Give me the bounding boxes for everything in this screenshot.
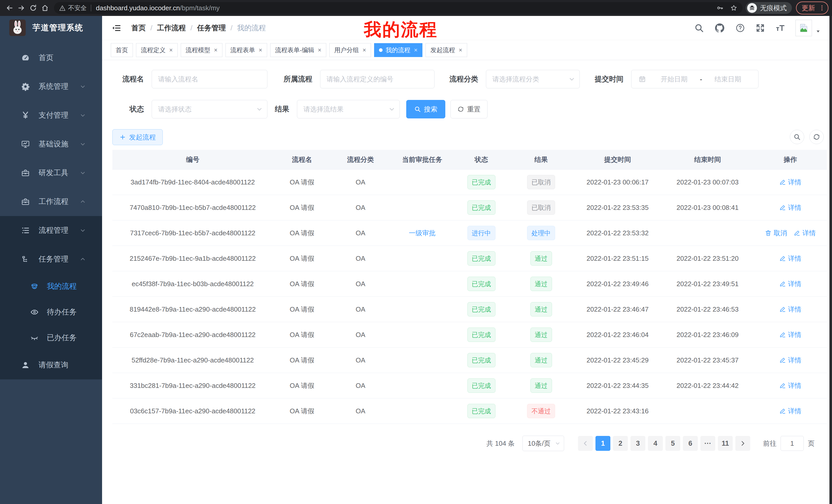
close-icon[interactable]: × bbox=[214, 47, 217, 54]
sidebar-item-workflow[interactable]: 工作流程 bbox=[0, 187, 102, 216]
tab-process-form-edit[interactable]: 流程表单-编辑× bbox=[270, 43, 326, 57]
action-detail-link[interactable]: 详情 bbox=[779, 356, 801, 365]
cell-actions: 详情 bbox=[754, 330, 827, 339]
github-link-button[interactable] bbox=[714, 23, 725, 33]
pagination-page-1[interactable]: 1 bbox=[595, 436, 610, 451]
breadcrumb: 首页/工作流程/任务管理/我的流程 bbox=[131, 23, 266, 33]
close-icon[interactable]: × bbox=[259, 47, 262, 54]
cell-result: 不通过 bbox=[508, 404, 574, 418]
cell-id: 67c2eaab-7b9a-11ec-a290-acde48001122 bbox=[112, 331, 273, 339]
refresh-table-button[interactable] bbox=[809, 130, 824, 144]
pagination-page-5[interactable]: 5 bbox=[666, 436, 680, 451]
bookmark-star-icon[interactable] bbox=[730, 4, 737, 11]
search-button[interactable]: 搜索 bbox=[406, 100, 445, 118]
tab-home[interactable]: 首页 bbox=[111, 43, 133, 57]
pagination-page-11[interactable]: 11 bbox=[718, 436, 733, 451]
action-detail-link[interactable]: 详情 bbox=[779, 407, 801, 416]
tab-process-form[interactable]: 流程表单× bbox=[226, 43, 267, 57]
browser-back-button[interactable] bbox=[4, 2, 16, 14]
help-button[interactable] bbox=[735, 23, 745, 33]
sidebar-item-leave-query[interactable]: 请假查询 bbox=[0, 351, 102, 380]
process-definition-input[interactable] bbox=[320, 70, 435, 88]
address-bar[interactable]: 不安全 dashboard.yudao.iocoder.cn/bpm/task/… bbox=[54, 2, 743, 14]
category-select[interactable]: 请选择流程分类 bbox=[486, 70, 580, 88]
status-badge: 已完成 bbox=[467, 328, 495, 342]
action-detail-link[interactable]: 详情 bbox=[779, 330, 801, 339]
tab-process-model[interactable]: 流程模型× bbox=[181, 43, 223, 57]
close-icon[interactable]: × bbox=[363, 47, 366, 54]
process-name-input[interactable] bbox=[152, 70, 267, 88]
action-detail-link[interactable]: 详情 bbox=[794, 229, 816, 237]
sidebar-item-task-mgmt[interactable]: 任务管理 bbox=[0, 245, 102, 274]
action-detail-link[interactable]: 详情 bbox=[779, 279, 801, 288]
tab-my-process[interactable]: 我的流程× bbox=[374, 43, 422, 57]
action-cancel-link[interactable]: 取消 bbox=[765, 229, 787, 237]
status-badge: 已完成 bbox=[467, 251, 495, 265]
close-icon[interactable]: × bbox=[169, 47, 173, 54]
start-process-button[interactable]: 发起流程 bbox=[112, 129, 163, 145]
action-detail-link[interactable]: 详情 bbox=[779, 203, 801, 212]
breadcrumb-item[interactable]: 首页 bbox=[131, 23, 146, 33]
breadcrumb-item[interactable]: 工作流程 bbox=[157, 23, 186, 33]
tab-start-process[interactable]: 发起流程× bbox=[425, 43, 467, 57]
refresh-icon bbox=[813, 133, 820, 141]
sidebar-item-home[interactable]: 首页 bbox=[0, 44, 102, 72]
sidebar-item-process-mgmt[interactable]: 流程管理 bbox=[0, 216, 102, 245]
fullscreen-button[interactable] bbox=[755, 23, 765, 33]
result-select[interactable]: 请选择流结果 bbox=[297, 100, 400, 118]
action-detail-link[interactable]: 详情 bbox=[779, 305, 801, 314]
cell-actions: 详情 bbox=[754, 178, 827, 187]
pagination-page-2[interactable]: 2 bbox=[613, 436, 628, 451]
status-badge: 已完成 bbox=[467, 200, 495, 215]
browser-reload-button[interactable] bbox=[27, 2, 39, 14]
sidebar-item-todo-tasks[interactable]: 待办任务 bbox=[0, 299, 102, 325]
reset-button[interactable]: 重置 bbox=[450, 100, 488, 118]
cell-end-time: 2022-01-22 23:44:42 bbox=[661, 382, 754, 390]
sidebar-item-payment[interactable]: 支付管理 bbox=[0, 101, 102, 130]
goto-page-input[interactable] bbox=[781, 436, 804, 451]
update-button[interactable]: 更新 bbox=[796, 2, 828, 15]
sidebar-collapse-button[interactable] bbox=[111, 22, 123, 34]
sidebar-item-done-tasks[interactable]: 已办任务 bbox=[0, 325, 102, 351]
submit-time-range-picker[interactable]: 开始日期 - 结束日期 bbox=[631, 70, 758, 88]
pagination-page-4[interactable]: 4 bbox=[648, 436, 663, 451]
page-scrollbar[interactable] bbox=[829, 16, 832, 504]
cell-submit-time: 2022-01-23 00:06:17 bbox=[574, 178, 661, 186]
breadcrumb-item[interactable]: 任务管理 bbox=[197, 23, 226, 33]
password-key-icon[interactable] bbox=[716, 4, 724, 11]
action-label: 详情 bbox=[788, 330, 801, 339]
browser-forward-button[interactable] bbox=[16, 2, 27, 14]
font-size-button[interactable] bbox=[775, 23, 785, 33]
action-detail-link[interactable]: 详情 bbox=[779, 381, 801, 390]
action-detail-link[interactable]: 详情 bbox=[779, 178, 801, 187]
pagination-page-3[interactable]: 3 bbox=[630, 436, 645, 451]
pagination-ellipsis[interactable]: ··· bbox=[700, 436, 715, 451]
page-size-select[interactable]: 10条/页 bbox=[522, 436, 564, 451]
pagination-prev-button[interactable] bbox=[578, 436, 593, 451]
pagination-next-button[interactable] bbox=[735, 436, 750, 451]
sidebar-item-my-process[interactable]: 我的流程 bbox=[0, 274, 102, 299]
close-icon[interactable]: × bbox=[318, 47, 321, 54]
status-select[interactable]: 请选择状态 bbox=[152, 100, 267, 118]
sidebar: 芋道管理系统 首页系统管理支付管理基础设施研发工具工作流程流程管理任务管理我的流… bbox=[0, 16, 102, 504]
close-icon[interactable]: × bbox=[459, 47, 462, 54]
action-detail-link[interactable]: 详情 bbox=[779, 254, 801, 263]
toggle-search-button[interactable] bbox=[790, 130, 804, 144]
tab-user-group[interactable]: 用户分组× bbox=[329, 43, 371, 57]
browser-menu-icon[interactable] bbox=[818, 5, 825, 11]
app-logo[interactable]: 芋道管理系统 bbox=[0, 16, 102, 39]
sidebar-item-devtools[interactable]: 研发工具 bbox=[0, 159, 102, 187]
sidebar-item-system[interactable]: 系统管理 bbox=[0, 72, 102, 101]
table-header-row: 编号流程名流程分类当前审批任务状态结果提交时间结束时间操作 bbox=[112, 150, 827, 169]
tab-process-definition[interactable]: 流程定义× bbox=[136, 43, 178, 57]
pagination-page-6[interactable]: 6 bbox=[683, 436, 698, 451]
header-search-button[interactable] bbox=[694, 23, 704, 33]
sidebar-item-infrastructure[interactable]: 基础设施 bbox=[0, 130, 102, 159]
user-menu[interactable] bbox=[796, 20, 821, 36]
cell-category: OA bbox=[331, 280, 390, 288]
current-task-link[interactable]: 一级审批 bbox=[409, 229, 436, 237]
cell-name: OA 请假 bbox=[273, 254, 331, 263]
browser-home-button[interactable] bbox=[39, 2, 51, 14]
avatar[interactable] bbox=[796, 20, 812, 36]
close-icon[interactable]: × bbox=[414, 47, 418, 54]
